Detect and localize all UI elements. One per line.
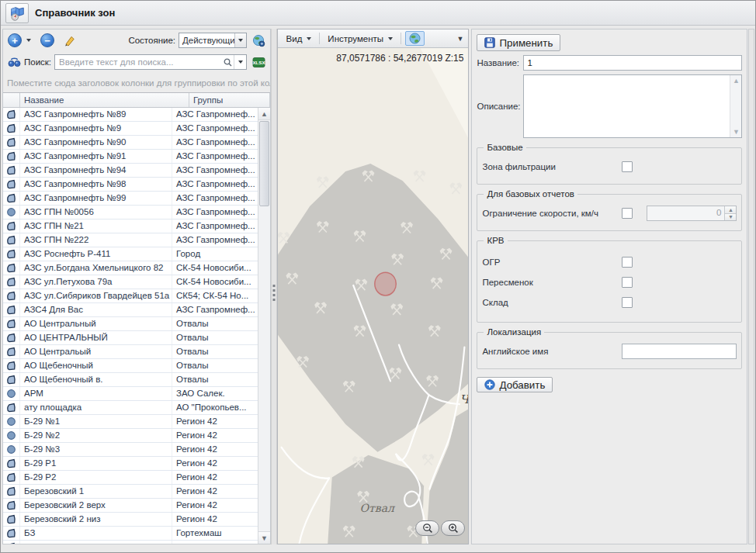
edit-zone-button[interactable]: [64, 34, 76, 47]
speed-limit-checkbox[interactable]: [622, 208, 633, 219]
map-globe-button[interactable]: [405, 31, 425, 46]
search-input[interactable]: Введите текст для поиска...: [54, 54, 247, 70]
collapsed-side-strip[interactable]: [748, 29, 754, 544]
search-magnifier-icon[interactable]: [221, 55, 234, 69]
table-row[interactable]: АЗС ГПН №222АЗС Газпромнеф...: [3, 233, 258, 247]
warehouse-checkbox[interactable]: [622, 297, 633, 308]
table-row[interactable]: АО ЦентральныйОтвалы: [3, 317, 258, 331]
description-scrollbar[interactable]: ▲ ▼: [730, 75, 741, 137]
spinner-down-icon[interactable]: ▼: [725, 214, 736, 221]
map-menu-view[interactable]: Вид: [283, 33, 316, 45]
table-row[interactable]: АЗС ГПН №21АЗС Газпромнеф...: [3, 219, 258, 233]
vertical-scrollbar[interactable]: ▲ ▼: [258, 108, 270, 544]
map-label-dump: Отвал: [360, 502, 394, 514]
zone-group-cell: АЗС Газпромнеф...: [172, 164, 258, 177]
app-map-compass-icon: [5, 3, 29, 23]
search-dropdown-icon[interactable]: [234, 55, 246, 69]
globe-layers-button[interactable]: [252, 34, 265, 47]
column-header-name[interactable]: Название: [20, 93, 189, 107]
table-row[interactable]: АЗС ул.Сибяриков Гвардейцев 51аСК54; СК-…: [3, 289, 258, 303]
table-row[interactable]: АЗС Газпромнефть №98АЗС Газпромнеф...: [3, 178, 258, 192]
speed-limit-spinner[interactable]: 0 ▲ ▼: [647, 206, 737, 221]
scroll-up-icon[interactable]: ▲: [733, 77, 740, 85]
state-filter-dropdown-button[interactable]: [234, 33, 246, 47]
table-row[interactable]: Б-29 №2Регион 42: [3, 429, 258, 443]
zone-name-cell: АО Щебеночный в.: [20, 373, 172, 386]
export-xlsx-button[interactable]: XLSX: [252, 57, 265, 68]
shift-change-checkbox[interactable]: [622, 277, 633, 288]
zone-group-cell: СК54; СК-54 Но...: [172, 289, 258, 302]
table-row[interactable]: АЗС Газпромнефть №90АЗС Газпромнеф...: [3, 136, 258, 150]
table-row[interactable]: АЗС Газпромнефть №94АЗС Газпромнеф...: [3, 164, 258, 178]
add-zone-dropdown-icon[interactable]: [26, 39, 31, 42]
zone-name-cell: АЗС Газпромнефть №89: [20, 108, 172, 121]
english-name-label: Английское имя: [482, 347, 622, 356]
zone-type-polygon-icon: [3, 178, 20, 191]
description-label: Описание:: [477, 102, 520, 111]
column-header-icon[interactable]: [3, 93, 20, 107]
remove-zone-button[interactable]: −: [40, 33, 54, 47]
group-base: Базовые Зона фильтрации: [477, 147, 742, 185]
table-row[interactable]: АЗС4 Для ВасАЗС Газпромнеф...: [3, 303, 258, 317]
table-row[interactable]: ату площадкаАО "Прокопьев...: [3, 401, 258, 415]
english-name-input[interactable]: [622, 344, 737, 359]
name-input[interactable]: [523, 55, 742, 71]
panel-splitter[interactable]: [271, 29, 277, 544]
zone-type-circle-icon: [3, 415, 20, 428]
spinner-up-icon[interactable]: ▲: [725, 206, 736, 214]
state-filter-combobox[interactable]: Действующие: [179, 33, 247, 48]
column-header-groups[interactable]: Группы: [189, 93, 270, 107]
zone-group-cell: АЗС Газпромнеф...: [172, 206, 258, 219]
zoom-out-button[interactable]: [415, 520, 439, 536]
table-row[interactable]: Б-29 Р2Регион 42: [3, 471, 258, 485]
table-row[interactable]: АЗС ул.Богдана Хмельницкого 82СК-54 Ново…: [3, 261, 258, 275]
table-row[interactable]: БЗГортехмаш: [3, 527, 258, 541]
filter-zone-checkbox[interactable]: [622, 161, 633, 172]
description-textarea[interactable]: ▲ ▼: [523, 74, 742, 138]
zone-type-polygon-icon: [3, 192, 20, 205]
table-row[interactable]: [3, 541, 258, 544]
table-row[interactable]: АО ЦЕНТРАЛЬНЫЙОтвалы: [3, 331, 258, 345]
zone-type-circle-icon: [3, 429, 20, 442]
scroll-up-icon[interactable]: ▲: [258, 108, 270, 120]
table-row[interactable]: Б-29 №1Регион 42: [3, 415, 258, 429]
scrollbar-thumb[interactable]: [259, 121, 269, 206]
scroll-down-icon[interactable]: ▼: [733, 128, 740, 136]
table-row[interactable]: АЗС Газпромнефть №9АЗС Газпромнеф...: [3, 122, 258, 136]
table-row[interactable]: АЗС Газпромнефть №89АЗС Газпромнеф...: [3, 108, 258, 122]
map-menu-tools[interactable]: Инструменты: [324, 33, 397, 45]
scroll-down-icon[interactable]: ▼: [258, 531, 270, 544]
ogr-checkbox[interactable]: [622, 257, 633, 268]
table-row[interactable]: Березовский 2 низРегион 42: [3, 513, 258, 527]
zoom-in-button[interactable]: [441, 520, 465, 536]
table-row[interactable]: АО ЩебеночныйОтвалы: [3, 359, 258, 373]
zone-type-polygon-icon: [3, 485, 20, 498]
table-row[interactable]: Березовский 2 верхРегион 42: [3, 499, 258, 513]
zone-name-cell: АЗС ул.Петухова 79а: [20, 275, 172, 289]
map-toolbar-overflow-icon[interactable]: ▼: [457, 35, 464, 43]
table-row[interactable]: Б-29 Р1Регион 42: [3, 457, 258, 471]
map-panel: Вид Инструменты ▼: [277, 29, 470, 544]
map-canvas[interactable]: 87,0571786 : 54,2677019 Z:15 Отвал Чер: [278, 48, 469, 544]
table-row[interactable]: Б-29 №3Регион 42: [3, 443, 258, 457]
table-row[interactable]: АЗС Газпромнефть №91АЗС Газпромнеф...: [3, 150, 258, 164]
table-row[interactable]: АО ЦентральыйОтвалы: [3, 345, 258, 359]
table-row[interactable]: АЗС ГПН №0056АЗС Газпромнеф...: [3, 206, 258, 219]
zone-group-cell: АЗС Газпромнеф...: [172, 136, 258, 149]
table-row[interactable]: Березовский 1Регион 42: [3, 485, 258, 499]
table-row[interactable]: АЗС ул.Петухова 79аСК-54 Новосиби...: [3, 275, 258, 289]
save-icon: [484, 37, 495, 48]
zone-group-cell: Регион 42: [172, 471, 258, 484]
zone-type-polygon-icon: [3, 359, 20, 372]
zone-group-cell: Регион 42: [172, 429, 258, 442]
table-row[interactable]: АЗС Роснефть Р-411Город: [3, 247, 258, 261]
add-zone-button[interactable]: +: [8, 33, 22, 47]
table-row[interactable]: АРМЗАО Салек.: [3, 387, 258, 401]
table-row[interactable]: АО Щебеночный в.Отвалы: [3, 373, 258, 387]
apply-button[interactable]: Применить: [477, 34, 560, 51]
table-row[interactable]: АЗС Газпромнефть №99АЗС Газпромнеф...: [3, 192, 258, 206]
add-button[interactable]: Добавить: [477, 377, 553, 392]
zone-name-cell: Б-29 №1: [20, 415, 172, 428]
zone-type-polygon-icon: [3, 150, 20, 163]
zone-group-cell: Регион 42: [172, 457, 258, 470]
